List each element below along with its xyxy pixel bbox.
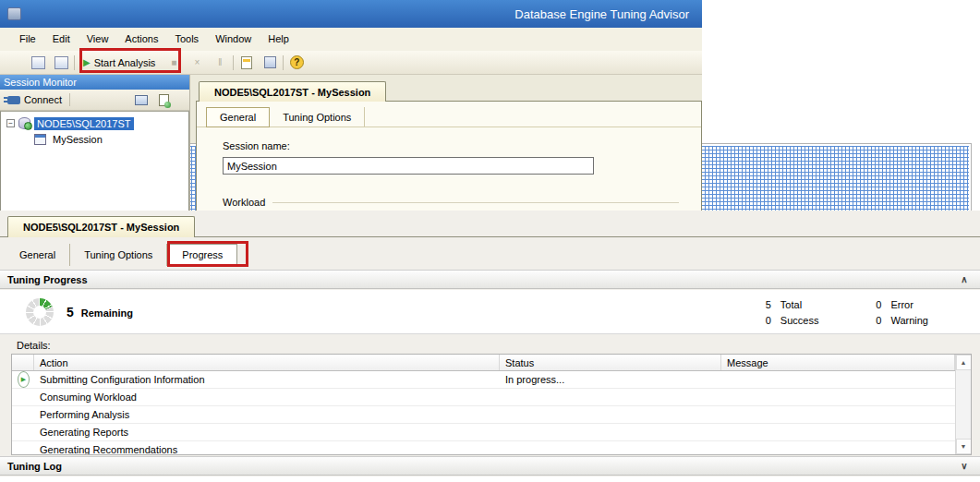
menu-edit[interactable]: Edit	[44, 28, 79, 51]
tab-progress[interactable]: Progress	[167, 244, 237, 266]
screenshot-canvas: Database Engine Tuning Advisor File Edit…	[0, 0, 980, 482]
play-icon: ▶	[83, 57, 91, 67]
tab-general-bottom[interactable]: General	[6, 244, 70, 266]
stop-analysis-button[interactable]: ■	[163, 53, 184, 73]
progress-view: NODE5\SQL2017ST - MySession General Tuni…	[0, 211, 980, 476]
document-tab[interactable]: NODE5\SQL2017ST - MySession	[199, 81, 386, 102]
disconnect-button[interactable]	[131, 94, 151, 106]
report-icon	[241, 56, 252, 69]
toolbar-separator	[233, 55, 234, 70]
general-form: Session name: Workload	[197, 127, 701, 208]
tuning-advisor-window: Database Engine Tuning Advisor File Edit…	[0, 0, 702, 211]
refresh-icon	[159, 94, 169, 106]
window-title: Database Engine Tuning Advisor	[514, 7, 695, 21]
stat-total: 5 Total	[760, 296, 819, 312]
tab-general[interactable]: General	[206, 107, 270, 127]
new-session-button[interactable]	[5, 53, 25, 73]
table-row[interactable]: Generating Recommendations	[12, 441, 955, 455]
menu-view[interactable]: View	[79, 28, 117, 51]
connect-label: Connect	[24, 94, 62, 105]
in-progress-icon: ▶	[18, 371, 30, 388]
table-row[interactable]: Performing Analysis	[12, 406, 955, 424]
session-tree: − NODE5\SQL2017ST MySession	[0, 111, 189, 211]
reports-button[interactable]	[236, 53, 257, 73]
window-body: Session Monitor Connect −	[0, 75, 702, 211]
session-page: General Tuning Options Session name: Wor…	[196, 101, 702, 211]
session-monitor-header: Session Monitor	[0, 75, 189, 90]
tree-item-session[interactable]: MySession	[50, 133, 105, 146]
tuning-progress-header: Tuning Progress ∧	[0, 270, 980, 289]
session-name-label: Session name:	[223, 140, 701, 151]
view-session-icon	[54, 56, 68, 69]
properties-icon	[264, 56, 276, 68]
server-icon	[18, 117, 30, 129]
progress-stats: 5 Total 0 Success 0 Error 0 Warn	[760, 296, 928, 328]
menu-bar: File Edit View Actions Tools Window Help	[0, 28, 702, 51]
start-analysis-button[interactable]: ▶ Start Analysis	[78, 53, 161, 73]
properties-button[interactable]	[260, 53, 280, 73]
plug-icon	[7, 96, 20, 104]
tab-tuning-options-bottom[interactable]: Tuning Options	[70, 244, 167, 266]
progress-tab-strip: General Tuning Options Progress	[6, 244, 237, 266]
details-label: Details:	[17, 340, 51, 351]
open-session-button[interactable]	[28, 53, 48, 73]
status-column-header[interactable]: Status	[500, 355, 721, 370]
session-monitor-panel: Session Monitor Connect −	[0, 75, 190, 211]
connect-button[interactable]: Connect	[4, 93, 66, 106]
tab-tuning-options[interactable]: Tuning Options	[270, 107, 365, 127]
view-session-button[interactable]	[51, 53, 71, 73]
start-analysis-label: Start Analysis	[94, 57, 156, 68]
tree-row-server[interactable]: − NODE5\SQL2017ST	[1, 115, 188, 131]
menu-tools[interactable]: Tools	[166, 28, 207, 51]
workload-group-line	[272, 202, 679, 203]
action-column-header[interactable]: Action	[34, 355, 500, 370]
session-name-input[interactable]	[223, 157, 594, 175]
pause-icon: ‖	[218, 57, 222, 67]
remaining-label: Remaining	[81, 307, 133, 319]
refresh-button[interactable]	[155, 93, 173, 107]
table-row[interactable]: ▶ Submitting Configuration Information I…	[12, 371, 955, 389]
tuning-log-header: Tuning Log ∨	[0, 456, 980, 476]
stop-icon: ■	[171, 57, 176, 67]
toolbar-separator	[74, 55, 75, 70]
open-session-icon	[31, 56, 45, 69]
remaining-count: 5	[67, 305, 74, 319]
icon-column-header[interactable]	[12, 355, 34, 370]
tree-item-server[interactable]: NODE5\SQL2017ST	[34, 117, 134, 130]
collapse-down-icon[interactable]: ∨	[956, 461, 973, 471]
tuning-progress-title: Tuning Progress	[7, 274, 88, 285]
help-icon: ?	[290, 55, 304, 69]
pause-button[interactable]: ‖	[210, 53, 230, 73]
session-tab-strip: General Tuning Options	[197, 102, 701, 127]
scroll-up-arrow-icon[interactable]: ▲	[956, 355, 972, 370]
stat-error: 0 Error	[870, 296, 928, 312]
message-column-header[interactable]: Message	[721, 355, 955, 370]
stat-success: 0 Success	[760, 312, 819, 328]
tuning-log-title: Tuning Log	[7, 461, 62, 472]
cancel-button[interactable]: ×	[187, 53, 207, 73]
cancel-icon: ×	[194, 57, 200, 67]
menu-file[interactable]: File	[11, 28, 44, 51]
document-area: NODE5\SQL2017ST - MySession General Tuni…	[196, 75, 702, 211]
document-tab-bottom[interactable]: NODE5\SQL2017ST - MySession	[7, 216, 195, 237]
main-toolbar: ▶ Start Analysis ■ × ‖ ?	[0, 51, 702, 75]
table-row[interactable]: Generating Reports	[12, 424, 955, 441]
vertical-scrollbar[interactable]: ▲ ▼	[955, 355, 971, 454]
monitor-icon	[135, 95, 148, 105]
collapse-up-icon[interactable]: ∧	[956, 274, 973, 284]
title-bar: Database Engine Tuning Advisor	[0, 0, 702, 28]
progress-spinner-icon	[26, 298, 54, 326]
menu-actions[interactable]: Actions	[116, 28, 166, 51]
app-icon	[7, 7, 21, 20]
menu-help[interactable]: Help	[260, 28, 297, 51]
menu-window[interactable]: Window	[207, 28, 260, 51]
table-header-row: Action Status Message	[12, 355, 955, 371]
toolbar-separator	[283, 55, 284, 70]
progress-summary: 5 Remaining 5 Total 0 Success 0	[0, 290, 980, 334]
scroll-down-arrow-icon[interactable]: ▼	[956, 439, 972, 454]
toolbar-separator	[69, 93, 70, 106]
tree-expander-icon[interactable]: −	[6, 119, 15, 127]
help-button[interactable]: ?	[286, 53, 307, 73]
table-row[interactable]: Consuming Workload	[12, 389, 955, 406]
tree-row-session[interactable]: MySession	[1, 131, 188, 147]
